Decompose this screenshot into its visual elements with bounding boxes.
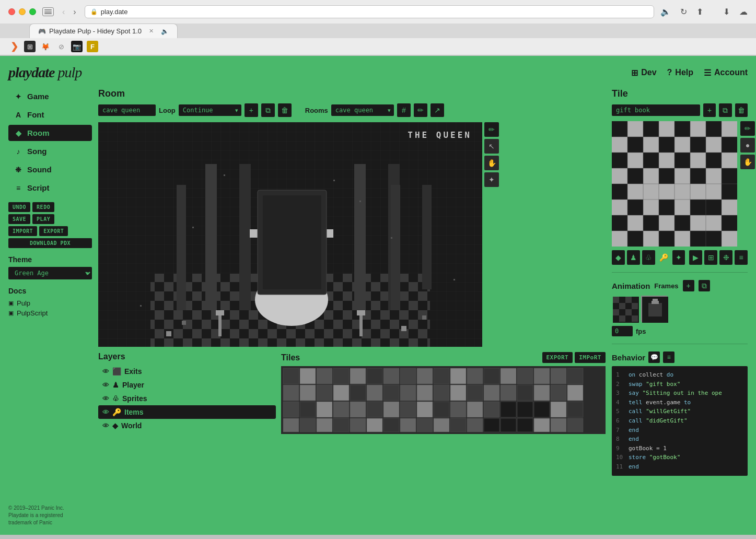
download-pdx-button[interactable]: DOWNLOAD PDX xyxy=(8,238,92,248)
svg-rect-38 xyxy=(263,195,321,289)
save-button[interactable]: SAVE xyxy=(8,214,30,224)
tile-anim3-tool[interactable]: ❉ xyxy=(719,250,732,265)
sidebar-item-game[interactable]: ✦ Game xyxy=(8,88,92,104)
sidebar-item-font[interactable]: A Font xyxy=(8,107,92,123)
close-button[interactable] xyxy=(8,8,15,15)
forward-arrow[interactable]: › xyxy=(71,6,78,18)
select-tool[interactable]: ↖ xyxy=(484,139,499,154)
tile-anim2-tool[interactable]: ⊞ xyxy=(704,250,717,265)
layer-player[interactable]: 👁 ♟ Player xyxy=(98,378,276,392)
sidebar-item-sound[interactable]: ❉ Sound xyxy=(8,161,92,178)
tile-diamond-tool[interactable]: ◆ xyxy=(612,250,625,265)
rooms-edit-button[interactable]: ✏ xyxy=(414,103,427,117)
tile-canvas[interactable] xyxy=(612,121,737,248)
theme-select[interactable]: Green Age xyxy=(8,267,92,279)
loop-select[interactable]: Continue xyxy=(179,104,241,116)
layer-exits[interactable]: 👁 ⬛ Exits xyxy=(98,365,276,378)
svg-rect-77 xyxy=(534,385,550,401)
tile-hand-tool[interactable]: ✋ xyxy=(740,155,755,169)
tile-fill-tool[interactable]: ● xyxy=(740,138,755,153)
hand-tool[interactable]: ✋ xyxy=(484,156,499,170)
svg-rect-113 xyxy=(534,418,550,432)
tiles-import-button[interactable]: IMPoRT xyxy=(575,352,606,363)
redo-button[interactable]: REDO xyxy=(32,202,54,212)
svg-rect-82 xyxy=(317,402,332,417)
tab-close-button[interactable]: ✕ xyxy=(149,28,154,34)
anim-frame-2[interactable] xyxy=(641,296,667,322)
maximize-button[interactable] xyxy=(29,8,36,15)
extension-fox[interactable]: 🦊 xyxy=(40,41,51,52)
tile-name-input[interactable] xyxy=(612,104,700,116)
nav-help[interactable]: ? Help xyxy=(667,68,693,77)
svg-rect-119 xyxy=(643,121,659,137)
sidebar-toggle[interactable] xyxy=(42,7,54,16)
download-icon[interactable]: ⬇ xyxy=(723,7,730,17)
room-copy-button[interactable]: ⧉ xyxy=(261,103,275,117)
rooms-select[interactable]: cave queen xyxy=(331,104,394,116)
fps-input[interactable] xyxy=(612,326,633,336)
tile-delete-button[interactable]: 🗑 xyxy=(735,103,748,117)
docs-link-pulp[interactable]: ▣ Pulp xyxy=(8,298,92,308)
sidebar-item-room[interactable]: ◆ Room xyxy=(8,125,92,141)
undo-button[interactable]: UNDO xyxy=(8,202,30,212)
layer-items[interactable]: 👁 🔑 Items xyxy=(98,405,276,419)
room-delete-button[interactable]: 🗑 xyxy=(278,103,292,117)
tile-add-button[interactable]: + xyxy=(703,103,716,117)
tile-person-tool[interactable]: ♟ xyxy=(627,250,640,265)
import-button[interactable]: IMPORT xyxy=(8,226,37,236)
nav-account[interactable]: ☰ Account xyxy=(704,68,748,78)
extension-video[interactable]: 📷 xyxy=(71,41,83,52)
svg-rect-41 xyxy=(359,315,363,336)
svg-rect-97 xyxy=(567,402,583,417)
toolbar-icons: 🔈 ↻ ⬆ ⬇ ☁ xyxy=(660,7,748,17)
anim-frame-1[interactable] xyxy=(612,296,638,322)
active-tab[interactable]: 🎮 Playdate Pulp - Hidey Spot 1.0 ✕ 🔈 xyxy=(29,24,178,38)
frames-delete-button[interactable]: ⧉ xyxy=(699,280,710,291)
divider-1 xyxy=(612,272,748,273)
docs-link-pulpscript[interactable]: ▣ PulpScript xyxy=(8,308,92,318)
minimize-button[interactable] xyxy=(19,8,26,15)
extension-circle[interactable]: ⊘ xyxy=(55,41,67,52)
sidebar-item-script[interactable]: ≡ Script xyxy=(8,180,92,196)
share-icon[interactable]: ⬆ xyxy=(696,7,703,17)
rooms-share-button[interactable]: ↗ xyxy=(431,103,444,117)
extension-grid[interactable]: ⊞ xyxy=(24,41,36,52)
room-name-input[interactable] xyxy=(98,104,156,116)
pencil-tool[interactable]: ✏ xyxy=(484,122,499,137)
back-arrow[interactable]: ‹ xyxy=(60,6,67,18)
svg-rect-104 xyxy=(383,418,399,432)
svg-rect-11 xyxy=(354,164,366,310)
frames-add-button[interactable]: + xyxy=(683,280,694,291)
export-button[interactable]: EXPORT xyxy=(39,226,68,236)
tile-anim4-tool[interactable]: ≡ xyxy=(735,250,748,265)
svg-rect-198 xyxy=(625,297,632,303)
behavior-code[interactable]: 1on collect do 2 swap "gift box" 3 say "… xyxy=(612,366,748,476)
tile-key-tool[interactable]: 🔑 xyxy=(657,250,670,265)
tile-extra-tool[interactable]: ✦ xyxy=(672,250,685,265)
layer-sprites[interactable]: 👁 ♧ Sprites xyxy=(98,392,276,405)
nav-dev[interactable]: ⊞ Dev xyxy=(631,68,656,78)
extension-f[interactable]: F xyxy=(87,41,98,52)
tiles-grid[interactable] xyxy=(281,366,606,434)
svg-rect-145 xyxy=(674,168,690,184)
tile-copy-button[interactable]: ⧉ xyxy=(719,103,731,117)
room-add-button[interactable]: + xyxy=(245,103,258,117)
play-button[interactable]: PLAY xyxy=(32,214,54,224)
svg-rect-137 xyxy=(674,153,690,168)
tile-anim1-tool[interactable]: ▶ xyxy=(689,250,702,265)
rooms-grid-button[interactable]: # xyxy=(397,103,411,117)
behavior-script-button[interactable]: ≡ xyxy=(663,351,674,363)
layer-world[interactable]: 👁 ◆ World xyxy=(98,419,276,432)
tile-pencil-tool[interactable]: ✏ xyxy=(740,121,755,136)
cloud-icon[interactable]: ☁ xyxy=(739,7,748,17)
tiles-export-button[interactable]: EXPORT xyxy=(542,352,573,363)
address-bar[interactable]: 🔒 play.date xyxy=(85,5,654,18)
eraser-tool[interactable]: ✦ xyxy=(484,172,499,187)
extension-arrow[interactable]: ❯ xyxy=(8,41,20,52)
room-canvas[interactable]: THE QUEEN xyxy=(98,122,482,347)
sidebar-item-song[interactable]: ♪ Song xyxy=(8,143,92,159)
reload-icon[interactable]: ↻ xyxy=(680,7,687,17)
audio-icon[interactable]: 🔈 xyxy=(660,7,671,17)
tile-fire-tool[interactable]: ♧ xyxy=(642,250,655,265)
behavior-chat-button[interactable]: 💬 xyxy=(648,351,660,363)
